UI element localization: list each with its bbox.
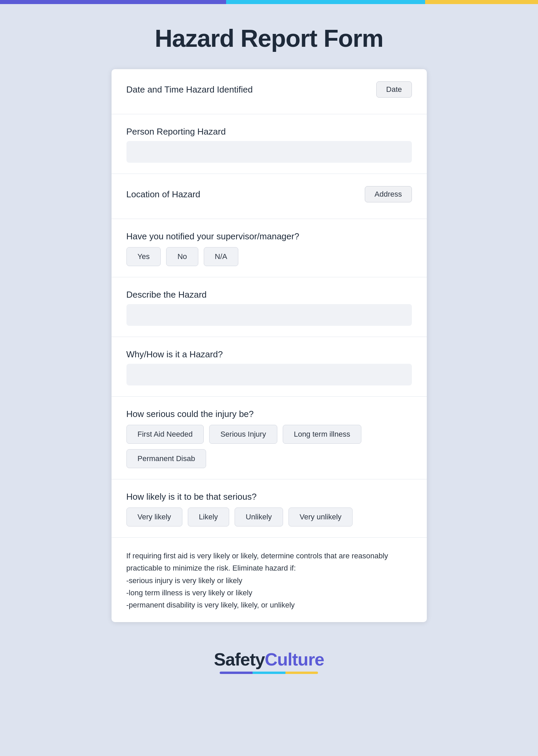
- section-date-time: Date and Time Hazard Identified Date: [112, 69, 427, 114]
- injury-likelihood-label: How likely is it to be that serious?: [126, 492, 257, 502]
- top-bar-purple: [0, 0, 226, 4]
- footer-underline-purple: [220, 672, 253, 674]
- footer: SafetyCulture: [214, 649, 324, 674]
- date-button[interactable]: Date: [376, 81, 412, 98]
- person-reporting-label: Person Reporting Hazard: [126, 126, 226, 137]
- info-text: If requiring first aid is very likely or…: [126, 550, 412, 611]
- injury-severity-choices: First Aid Needed Serious Injury Long ter…: [126, 425, 412, 468]
- section-person-reporting: Person Reporting Hazard: [112, 114, 427, 174]
- footer-underline-yellow: [285, 672, 318, 674]
- footer-underline-cyan: [253, 672, 285, 674]
- describe-hazard-label: Describe the Hazard: [126, 290, 207, 300]
- injury-severity-label: How serious could the injury be?: [126, 409, 254, 419]
- person-reporting-input[interactable]: [126, 141, 412, 163]
- location-label: Location of Hazard: [126, 189, 200, 200]
- section-describe-hazard: Describe the Hazard: [112, 277, 427, 337]
- section-location: Location of Hazard Address: [112, 174, 427, 219]
- notified-choices: Yes No N/A: [126, 247, 412, 266]
- section-why-hazard: Why/How is it a Hazard?: [112, 337, 427, 397]
- notified-label: Have you notified your supervisor/manage…: [126, 231, 299, 241]
- section-injury-likelihood: How likely is it to be that serious? Ver…: [112, 479, 427, 538]
- choice-serious-injury[interactable]: Serious Injury: [209, 425, 277, 444]
- choice-yes[interactable]: Yes: [126, 247, 161, 266]
- section-notified: Have you notified your supervisor/manage…: [112, 219, 427, 277]
- footer-logo-culture: Culture: [265, 650, 324, 669]
- footer-logo-safety: Safety: [214, 650, 265, 669]
- describe-hazard-input[interactable]: [126, 304, 412, 326]
- footer-logo: SafetyCulture: [214, 649, 324, 670]
- section-injury-severity: How serious could the injury be? First A…: [112, 397, 427, 479]
- page-title: Hazard Report Form: [155, 24, 383, 52]
- form-card: Date and Time Hazard Identified Date Per…: [112, 69, 427, 622]
- choice-no[interactable]: No: [166, 247, 198, 266]
- choice-long-term[interactable]: Long term illness: [283, 425, 361, 444]
- choice-na[interactable]: N/A: [204, 247, 239, 266]
- top-bar-yellow: [425, 0, 538, 4]
- choice-very-unlikely[interactable]: Very unlikely: [288, 508, 353, 526]
- footer-underline: [220, 672, 318, 674]
- choice-likely[interactable]: Likely: [188, 508, 229, 526]
- injury-likelihood-choices: Very likely Likely Unlikely Very unlikel…: [126, 508, 412, 526]
- choice-unlikely[interactable]: Unlikely: [235, 508, 283, 526]
- date-time-label: Date and Time Hazard Identified: [126, 84, 253, 95]
- address-button[interactable]: Address: [365, 186, 412, 202]
- section-info: If requiring first aid is very likely or…: [112, 538, 427, 622]
- top-bar-cyan: [226, 0, 425, 4]
- top-bar: [0, 0, 538, 4]
- why-hazard-label: Why/How is it a Hazard?: [126, 349, 223, 359]
- why-hazard-input[interactable]: [126, 364, 412, 385]
- choice-first-aid[interactable]: First Aid Needed: [126, 425, 204, 444]
- choice-permanent-disab[interactable]: Permanent Disab: [126, 449, 206, 468]
- choice-very-likely[interactable]: Very likely: [126, 508, 182, 526]
